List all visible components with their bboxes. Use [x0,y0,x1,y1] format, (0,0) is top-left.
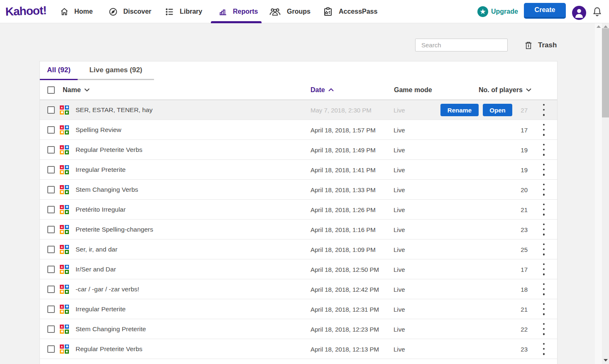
reports-card: All (92) Live games (92) Name Date Game … [39,61,558,364]
report-name[interactable]: Pretérito Irregular [76,206,126,213]
table-row[interactable]: Irregular Preterite April 18, 2018, 1:41… [40,160,557,180]
report-game-mode: Live [394,206,405,213]
table-row[interactable]: Regular Preterite Verbs April 18, 2018, … [40,339,557,359]
accesspass-icon [323,7,333,17]
report-name[interactable]: Ser, ir, and dar [76,246,117,253]
report-name[interactable]: Preterite Spelling-changers [76,226,153,233]
row-checkbox[interactable] [47,226,55,233]
table-row[interactable]: SER, ESTAR, TENER, hay May 7, 2018, 2:30… [40,100,557,120]
create-button[interactable]: Create [524,3,566,19]
report-name[interactable]: Irregular Perterite [76,305,126,313]
scroll-up-arrow-icon[interactable] [604,25,608,28]
search-input[interactable] [415,39,508,51]
row-checkbox[interactable] [47,246,55,253]
report-name[interactable]: SER, ESTAR, TENER, hay [76,106,152,114]
table-row[interactable]: Ser, ir, and dar April 18, 2018, 1:09 PM… [40,239,557,259]
table-row[interactable]: Ir/Ser and Dar April 18, 2018, 12:50 PM … [40,259,557,279]
row-checkbox[interactable] [47,286,55,293]
scroll-down-arrow-icon[interactable] [604,359,608,362]
table-row[interactable]: Spelling Review April 18, 2018, 1:57 PM … [40,120,557,140]
table-row[interactable]: Regular Preterite Verbs April 18, 2018, … [40,140,557,160]
report-players: 27 [488,106,528,113]
column-players[interactable]: No. of players [479,86,531,94]
avatar[interactable] [572,6,586,20]
table-row[interactable]: Pretérito Irregular April 18, 2018, 1:26… [40,200,557,220]
tab-live-games[interactable]: Live games (92) [78,61,154,80]
column-date[interactable]: Date [311,86,334,94]
row-menu-kebab-icon[interactable] [541,323,547,335]
home-icon [60,7,68,16]
table-row[interactable]: Irregular Perterite April 18, 2018, 12:3… [40,299,557,319]
kahoot-logo[interactable]: Kahoot! [5,4,46,18]
row-checkbox[interactable] [47,106,55,114]
column-name[interactable]: Name [63,86,90,94]
report-players: 21 [488,305,528,313]
report-players: 22 [488,325,528,332]
row-menu-kebab-icon[interactable] [541,243,547,255]
tab-all[interactable]: All (92) [40,61,78,80]
nav-reports[interactable]: Reports [219,0,258,23]
report-name[interactable]: -car / -gar / -zar verbs! [76,286,139,293]
row-checkbox[interactable] [47,266,55,273]
report-name[interactable]: Regular Preterite Verbs [76,345,142,353]
row-menu-kebab-icon[interactable] [541,343,547,355]
inner-scrollbar[interactable] [595,23,602,364]
table-row[interactable]: Stem Changing Verbs April 18, 2018, 1:33… [40,180,557,200]
row-checkbox[interactable] [47,345,55,353]
row-checkbox[interactable] [47,325,55,333]
nav-library[interactable]: Library [165,0,202,23]
row-checkbox[interactable] [47,166,55,173]
nav-discover[interactable]: Discover [109,0,152,23]
window-scrollbar[interactable] [602,23,609,364]
nav-home[interactable]: Home [60,0,93,23]
row-checkbox[interactable] [47,126,55,134]
kahoot-game-icon [60,165,69,174]
row-menu-kebab-icon[interactable] [541,223,547,235]
table-header: Name Date Game mode No. of players [40,80,557,100]
row-checkbox[interactable] [47,305,55,313]
report-players: 17 [488,266,528,273]
kahoot-game-icon [60,265,69,274]
report-players: 19 [488,146,528,153]
row-checkbox[interactable] [47,206,55,213]
kahoot-game-icon [60,105,69,115]
report-game-mode: Live [394,345,405,352]
report-name[interactable]: Spelling Review [76,126,121,134]
report-date: April 18, 2018, 1:33 PM [311,186,376,193]
chevron-down-icon [84,88,90,92]
row-menu-kebab-icon[interactable] [541,183,547,195]
upgrade-button[interactable]: ★ Upgrade [477,0,518,23]
kahoot-game-icon [60,344,69,354]
row-menu-kebab-icon[interactable] [541,303,547,315]
trash-button[interactable]: Trash [525,40,557,51]
report-name[interactable]: Irregular Preterite [76,166,126,173]
row-menu-kebab-icon[interactable] [541,124,547,136]
table-row[interactable]: Stem Changing Preterite April 18, 2018, … [40,319,557,339]
report-name[interactable]: Regular Preterite Verbs [76,146,142,154]
nav-accesspass[interactable]: AccessPass [323,0,377,23]
column-game-mode[interactable]: Game mode [394,86,432,94]
row-checkbox[interactable] [47,146,55,154]
row-menu-kebab-icon[interactable] [541,144,547,156]
kahoot-game-icon [60,145,69,154]
row-checkbox[interactable] [47,186,55,193]
scroll-up-arrow-icon[interactable] [597,25,601,28]
rename-button[interactable]: Rename [440,104,479,116]
tab-bar: All (92) Live games (92) [40,61,557,80]
report-name[interactable]: Stem Changing Preterite [76,325,146,333]
scrollbar-thumb[interactable] [602,28,609,117]
table-row[interactable] [40,359,557,364]
table-row[interactable]: -car / -gar / -zar verbs! April 18, 2018… [40,279,557,299]
row-menu-kebab-icon[interactable] [541,283,547,295]
notifications-bell-icon[interactable] [592,7,602,18]
report-name[interactable]: Stem Changing Verbs [76,186,138,193]
nav-groups[interactable]: Groups [269,0,311,23]
report-name[interactable]: Ir/Ser and Dar [76,266,116,273]
select-all-checkbox[interactable] [47,86,55,94]
table-row[interactable]: Preterite Spelling-changers April 18, 20… [40,220,557,239]
row-menu-kebab-icon[interactable] [541,104,547,116]
row-menu-kebab-icon[interactable] [541,263,547,275]
row-menu-kebab-icon[interactable] [541,203,547,215]
report-date: April 18, 2018, 1:41 PM [311,166,376,173]
row-menu-kebab-icon[interactable] [541,164,547,176]
